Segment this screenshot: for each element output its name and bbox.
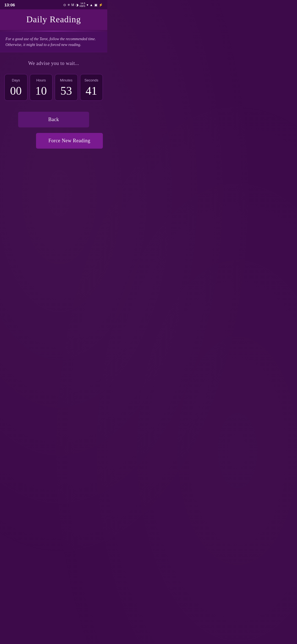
main-content: We advise you to wait... Days 00 Hours 1… [0, 52, 107, 154]
status-time: 13:06 [4, 2, 15, 7]
battery-icon: ⚡ [99, 3, 103, 7]
info-banner: For a good use of the Tarot, follow the … [0, 32, 107, 52]
hours-box: Hours 10 [30, 74, 53, 101]
minutes-box: Minutes 53 [55, 74, 78, 101]
force-new-reading-button[interactable]: Force New Reading [36, 133, 103, 149]
minutes-label: Minutes [57, 78, 75, 82]
days-label: Days [7, 78, 25, 82]
days-box: Days 00 [4, 74, 28, 101]
hours-label: Hours [32, 78, 50, 82]
status-bar: 13:06 ⊙ ✳ M ◑ 14.5KB/S ▾ ▲ ▣ ⚡ [0, 0, 107, 9]
mail-icon: M [72, 3, 74, 7]
wifi-icon: ▾ [87, 3, 88, 7]
wait-label: We advise you to wait... [4, 61, 103, 66]
page-title: Daily Reading [6, 14, 102, 24]
seconds-label: Seconds [82, 78, 101, 82]
minutes-value: 53 [57, 85, 75, 97]
seconds-value: 41 [82, 85, 101, 97]
seconds-box: Seconds 41 [80, 74, 103, 101]
days-value: 00 [7, 85, 25, 97]
sim-icon: ▣ [94, 3, 97, 7]
pocket-casts-icon: ⊙ [63, 3, 66, 7]
signal-icon: ▲ [90, 3, 93, 7]
bottom-spacer [0, 154, 107, 264]
app-header: Daily Reading [0, 9, 107, 31]
network-speed: 14.5KB/S [80, 2, 86, 8]
button-section: Back Force New Reading [4, 112, 103, 149]
status-icons: ⊙ ✳ M ◑ 14.5KB/S ▾ ▲ ▣ ⚡ [63, 2, 103, 8]
bug-icon: ✳ [67, 3, 70, 7]
info-text: For a good use of the Tarot, follow the … [6, 36, 102, 48]
countdown-container: Days 00 Hours 10 Minutes 53 Seconds 41 [4, 74, 103, 101]
hours-value: 10 [32, 85, 50, 97]
moon-icon: ◑ [76, 3, 78, 7]
back-button[interactable]: Back [18, 112, 89, 127]
